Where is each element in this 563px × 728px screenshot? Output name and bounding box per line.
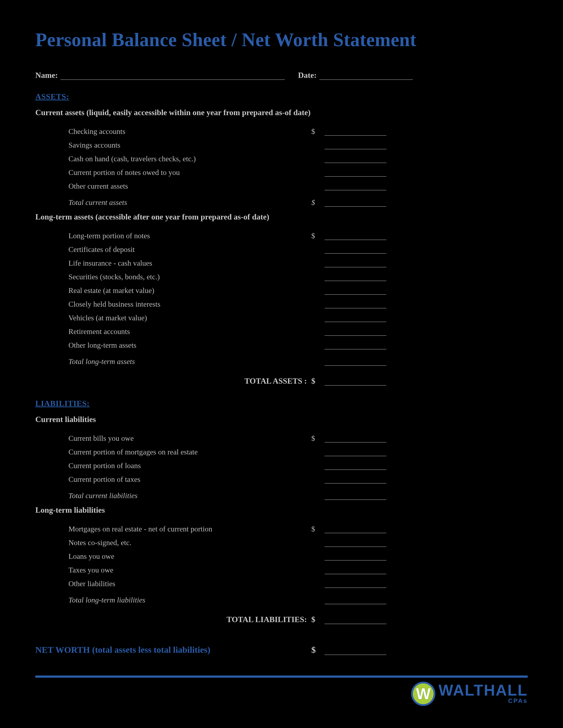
amount-input-line[interactable] <box>325 539 386 547</box>
assets-heading: ASSETS: <box>35 92 528 101</box>
line-item: Other current assets <box>68 177 528 190</box>
line-item-label: Cash on hand (cash, travelers checks, et… <box>68 155 311 163</box>
subtotal-input-line[interactable] <box>325 597 386 604</box>
name-input-line[interactable] <box>60 72 285 80</box>
amount-input-line[interactable] <box>325 142 386 149</box>
current-assets-subhead: Current assets (liquid, easily accessibl… <box>35 108 528 117</box>
line-item: Taxes you owe <box>68 561 528 574</box>
line-item: Life insurance - cash values <box>68 254 528 267</box>
date-input-line[interactable] <box>319 72 413 80</box>
liabilities-heading: LIABILITIES: <box>35 399 528 408</box>
line-item: Notes co-signed, etc. <box>68 533 528 547</box>
line-item-label: Current portion of mortgages on real est… <box>68 448 311 456</box>
subtotal-row: Total long-term assets <box>68 352 528 366</box>
name-label: Name: <box>35 71 58 80</box>
page: Personal Balance Sheet / Net Worth State… <box>0 0 563 728</box>
amount-input-line[interactable] <box>325 183 386 190</box>
amount-input-line[interactable] <box>325 233 386 240</box>
dollar-sign: $ <box>311 645 322 655</box>
line-item-label: Checking accounts <box>68 127 311 136</box>
dollar-sign: $ <box>311 198 322 207</box>
subtotal-row: Total current assets$ <box>68 193 528 207</box>
subtotal-input-line[interactable] <box>325 199 386 207</box>
meta-row: Name: Date: <box>35 71 528 80</box>
subtotal-label: Total long-term liabilities <box>68 596 311 604</box>
amount-input-line[interactable] <box>325 476 386 484</box>
line-item-label: Taxes you owe <box>68 566 311 574</box>
total-assets-row: TOTAL ASSETS : $ <box>35 370 528 386</box>
line-item-label: Other liabilities <box>68 580 311 588</box>
dollar-sign: $ <box>311 525 322 533</box>
line-item-label: Current portion of notes owed to you <box>68 168 311 177</box>
amount-input-line[interactable] <box>325 449 386 456</box>
line-item: Vehicles (at market value) <box>68 308 528 322</box>
amount-input-line[interactable] <box>325 169 386 177</box>
longterm-liabilities-subhead: Long-term liabilities <box>35 505 528 515</box>
current-liabilities-subhead: Current liabilities <box>35 415 528 424</box>
line-item: Other long-term assets <box>68 336 528 349</box>
subtotal-row: Total long-term liabilities <box>68 591 528 604</box>
line-item-label: Vehicles (at market value) <box>68 314 311 322</box>
line-item-label: Securities (stocks, bonds, etc.) <box>68 273 311 281</box>
dollar-sign: $ <box>311 232 322 240</box>
name-field: Name: <box>35 71 285 80</box>
amount-input-line[interactable] <box>325 567 386 574</box>
subtotal-row: Total current liabilities <box>68 486 528 500</box>
longterm-liabilities-items: Mortgages on real estate - net of curren… <box>35 520 528 604</box>
date-field: Date: <box>298 71 413 80</box>
line-item: Current portion of taxes <box>68 470 528 484</box>
amount-input-line[interactable] <box>325 315 386 322</box>
amount-input-line[interactable] <box>325 274 386 281</box>
line-item: Cash on hand (cash, travelers checks, et… <box>68 149 528 163</box>
line-item: Real estate (at market value) <box>68 281 528 295</box>
networth-input-line[interactable] <box>325 646 386 655</box>
amount-input-line[interactable] <box>325 328 386 336</box>
total-assets-label: TOTAL ASSETS : <box>68 376 311 386</box>
dollar-sign: $ <box>311 615 322 624</box>
logo-mark-icon: W <box>411 682 435 706</box>
brand-sub: CPAs <box>508 697 528 704</box>
subtotal-label: Total long-term assets <box>68 357 311 366</box>
amount-input-line[interactable] <box>325 246 386 254</box>
page-title: Personal Balance Sheet / Net Worth State… <box>35 29 528 51</box>
current-liabilities-items: Current bills you owe$Current portion of… <box>35 429 528 500</box>
footer-rule <box>35 675 528 678</box>
amount-input-line[interactable] <box>325 553 386 561</box>
networth-label: NET WORTH (total assets less total liabi… <box>35 645 311 655</box>
footer: W WALTHALL CPAs <box>35 675 528 706</box>
amount-input-line[interactable] <box>325 435 386 443</box>
networth-row: NET WORTH (total assets less total liabi… <box>35 642 528 655</box>
current-assets-items: Checking accounts$Savings accountsCash o… <box>35 122 528 207</box>
dollar-sign: $ <box>311 376 322 386</box>
amount-input-line[interactable] <box>325 128 386 136</box>
dollar-sign: $ <box>311 127 322 136</box>
amount-input-line[interactable] <box>325 342 386 349</box>
line-item-label: Real estate (at market value) <box>68 286 311 295</box>
line-item: Retirement accounts <box>68 322 528 336</box>
line-item-label: Mortgages on real estate - net of curren… <box>68 525 311 533</box>
amount-input-line[interactable] <box>325 260 386 267</box>
total-assets-input-line[interactable] <box>325 378 386 386</box>
amount-input-line[interactable] <box>325 462 386 470</box>
amount-input-line[interactable] <box>325 287 386 295</box>
total-liabilities-input-line[interactable] <box>325 616 386 624</box>
line-item: Closely held business interests <box>68 295 528 308</box>
total-liabilities-row: TOTAL LIABILITIES: $ <box>35 609 528 624</box>
line-item: Current bills you owe$ <box>68 429 528 443</box>
line-item-label: Long-term portion of notes <box>68 232 311 240</box>
subtotal-input-line[interactable] <box>325 358 386 366</box>
amount-input-line[interactable] <box>325 301 386 308</box>
subtotal-input-line[interactable] <box>325 492 386 500</box>
logo-text: WALTHALL CPAs <box>439 683 528 704</box>
amount-input-line[interactable] <box>325 526 386 533</box>
dollar-sign: $ <box>311 434 322 443</box>
line-item: Checking accounts$ <box>68 122 528 136</box>
brand-name: WALTHALL <box>439 683 528 697</box>
line-item-label: Savings accounts <box>68 141 311 149</box>
line-item: Other liabilities <box>68 574 528 588</box>
line-item: Current portion of loans <box>68 456 528 470</box>
amount-input-line[interactable] <box>325 580 386 588</box>
line-item: Savings accounts <box>68 136 528 149</box>
amount-input-line[interactable] <box>325 156 386 163</box>
line-item-label: Other current assets <box>68 182 311 190</box>
